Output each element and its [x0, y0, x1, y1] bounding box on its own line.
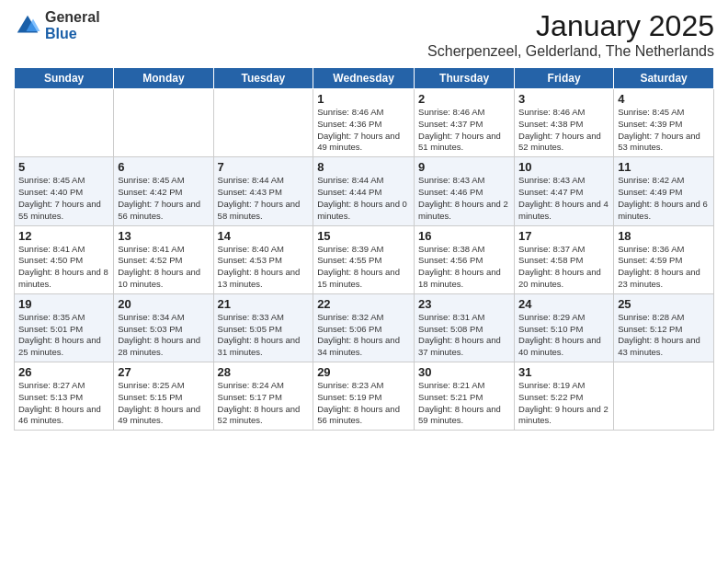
day-info: Sunrise: 8:33 AM Sunset: 5:05 PM Dayligh… [218, 312, 310, 359]
day-info: Sunrise: 8:46 AM Sunset: 4:37 PM Dayligh… [418, 107, 510, 154]
calendar-cell: 16Sunrise: 8:38 AM Sunset: 4:56 PM Dayli… [415, 225, 515, 293]
logo-blue: Blue [45, 26, 100, 42]
calendar-cell: 25Sunrise: 8:28 AM Sunset: 5:12 PM Dayli… [614, 293, 714, 362]
calendar-cell: 14Sunrise: 8:40 AM Sunset: 4:53 PM Dayli… [213, 225, 313, 293]
day-number: 23 [418, 297, 510, 311]
calendar-cell: 19Sunrise: 8:35 AM Sunset: 5:01 PM Dayli… [15, 293, 114, 362]
calendar-cell: 18Sunrise: 8:36 AM Sunset: 4:59 PM Dayli… [614, 225, 714, 293]
day-info: Sunrise: 8:32 AM Sunset: 5:06 PM Dayligh… [317, 312, 410, 359]
calendar-week-row: 26Sunrise: 8:27 AM Sunset: 5:13 PM Dayli… [15, 362, 714, 431]
day-info: Sunrise: 8:41 AM Sunset: 4:52 PM Dayligh… [118, 244, 209, 291]
day-info: Sunrise: 8:21 AM Sunset: 5:21 PM Dayligh… [418, 380, 510, 427]
calendar-cell: 10Sunrise: 8:43 AM Sunset: 4:47 PM Dayli… [515, 157, 614, 225]
calendar-cell: 21Sunrise: 8:33 AM Sunset: 5:05 PM Dayli… [213, 293, 313, 362]
calendar-cell: 15Sunrise: 8:39 AM Sunset: 4:55 PM Dayli… [313, 225, 415, 293]
weekday-header-sunday: Sunday [15, 68, 114, 89]
day-info: Sunrise: 8:34 AM Sunset: 5:03 PM Dayligh… [118, 312, 209, 359]
day-info: Sunrise: 8:28 AM Sunset: 5:12 PM Dayligh… [618, 312, 710, 359]
calendar-cell: 13Sunrise: 8:41 AM Sunset: 4:52 PM Dayli… [114, 225, 213, 293]
day-number: 1 [317, 92, 410, 106]
day-number: 9 [418, 160, 510, 174]
day-number: 7 [218, 160, 310, 174]
calendar-cell: 9Sunrise: 8:43 AM Sunset: 4:46 PM Daylig… [415, 157, 515, 225]
day-number: 13 [118, 229, 209, 243]
calendar-cell: 31Sunrise: 8:19 AM Sunset: 5:22 PM Dayli… [515, 362, 614, 431]
day-info: Sunrise: 8:46 AM Sunset: 4:36 PM Dayligh… [317, 107, 410, 154]
day-number: 4 [618, 92, 710, 106]
day-number: 19 [18, 297, 109, 311]
day-info: Sunrise: 8:19 AM Sunset: 5:22 PM Dayligh… [518, 380, 609, 427]
day-number: 14 [218, 229, 310, 243]
calendar-cell: 26Sunrise: 8:27 AM Sunset: 5:13 PM Dayli… [15, 362, 114, 431]
day-number: 22 [317, 297, 410, 311]
day-info: Sunrise: 8:41 AM Sunset: 4:50 PM Dayligh… [18, 244, 109, 291]
day-number: 26 [18, 365, 109, 379]
weekday-header-thursday: Thursday [415, 68, 515, 89]
calendar-cell: 7Sunrise: 8:44 AM Sunset: 4:43 PM Daylig… [213, 157, 313, 225]
day-info: Sunrise: 8:27 AM Sunset: 5:13 PM Dayligh… [18, 380, 109, 427]
header: General Blue January 2025 Scherpenzeel, … [14, 9, 714, 60]
weekday-header-monday: Monday [114, 68, 213, 89]
day-info: Sunrise: 8:31 AM Sunset: 5:08 PM Dayligh… [418, 312, 510, 359]
calendar-week-row: 12Sunrise: 8:41 AM Sunset: 4:50 PM Dayli… [15, 225, 714, 293]
logo-icon [14, 12, 41, 40]
weekday-header-saturday: Saturday [614, 68, 714, 89]
calendar-cell [15, 89, 114, 157]
day-number: 21 [218, 297, 310, 311]
day-number: 5 [18, 160, 109, 174]
day-number: 20 [118, 297, 209, 311]
calendar-cell: 27Sunrise: 8:25 AM Sunset: 5:15 PM Dayli… [114, 362, 213, 431]
title-section: January 2025 Scherpenzeel, Gelderland, T… [427, 9, 714, 60]
day-number: 8 [317, 160, 410, 174]
day-info: Sunrise: 8:37 AM Sunset: 4:58 PM Dayligh… [518, 244, 609, 291]
day-number: 24 [518, 297, 609, 311]
day-info: Sunrise: 8:36 AM Sunset: 4:59 PM Dayligh… [618, 244, 710, 291]
calendar-cell: 3Sunrise: 8:46 AM Sunset: 4:38 PM Daylig… [515, 89, 614, 157]
day-info: Sunrise: 8:35 AM Sunset: 5:01 PM Dayligh… [18, 312, 109, 359]
logo: General Blue [14, 9, 100, 42]
calendar-cell: 30Sunrise: 8:21 AM Sunset: 5:21 PM Dayli… [415, 362, 515, 431]
day-number: 15 [317, 229, 410, 243]
day-info: Sunrise: 8:43 AM Sunset: 4:46 PM Dayligh… [418, 175, 510, 222]
calendar-cell: 22Sunrise: 8:32 AM Sunset: 5:06 PM Dayli… [313, 293, 415, 362]
calendar-cell [213, 89, 313, 157]
calendar-cell: 24Sunrise: 8:29 AM Sunset: 5:10 PM Dayli… [515, 293, 614, 362]
day-info: Sunrise: 8:24 AM Sunset: 5:17 PM Dayligh… [218, 380, 310, 427]
day-info: Sunrise: 8:45 AM Sunset: 4:39 PM Dayligh… [618, 107, 710, 154]
day-number: 12 [18, 229, 109, 243]
day-number: 17 [518, 229, 609, 243]
day-info: Sunrise: 8:38 AM Sunset: 4:56 PM Dayligh… [418, 244, 510, 291]
calendar-cell: 28Sunrise: 8:24 AM Sunset: 5:17 PM Dayli… [213, 362, 313, 431]
calendar-cell: 8Sunrise: 8:44 AM Sunset: 4:44 PM Daylig… [313, 157, 415, 225]
weekday-header-friday: Friday [515, 68, 614, 89]
calendar-cell: 17Sunrise: 8:37 AM Sunset: 4:58 PM Dayli… [515, 225, 614, 293]
calendar-cell: 2Sunrise: 8:46 AM Sunset: 4:37 PM Daylig… [415, 89, 515, 157]
calendar-cell: 11Sunrise: 8:42 AM Sunset: 4:49 PM Dayli… [614, 157, 714, 225]
day-info: Sunrise: 8:46 AM Sunset: 4:38 PM Dayligh… [518, 107, 609, 154]
calendar-cell: 12Sunrise: 8:41 AM Sunset: 4:50 PM Dayli… [15, 225, 114, 293]
day-info: Sunrise: 8:43 AM Sunset: 4:47 PM Dayligh… [518, 175, 609, 222]
calendar-cell [614, 362, 714, 431]
day-number: 6 [118, 160, 209, 174]
day-info: Sunrise: 8:44 AM Sunset: 4:44 PM Dayligh… [317, 175, 410, 222]
day-info: Sunrise: 8:25 AM Sunset: 5:15 PM Dayligh… [118, 380, 209, 427]
day-info: Sunrise: 8:29 AM Sunset: 5:10 PM Dayligh… [518, 312, 609, 359]
calendar: SundayMondayTuesdayWednesdayThursdayFrid… [14, 67, 714, 431]
logo-general: General [45, 9, 100, 26]
day-number: 31 [518, 365, 609, 379]
calendar-cell: 23Sunrise: 8:31 AM Sunset: 5:08 PM Dayli… [415, 293, 515, 362]
calendar-week-row: 1Sunrise: 8:46 AM Sunset: 4:36 PM Daylig… [15, 89, 714, 157]
day-info: Sunrise: 8:23 AM Sunset: 5:19 PM Dayligh… [317, 380, 410, 427]
calendar-cell: 5Sunrise: 8:45 AM Sunset: 4:40 PM Daylig… [15, 157, 114, 225]
calendar-cell: 20Sunrise: 8:34 AM Sunset: 5:03 PM Dayli… [114, 293, 213, 362]
calendar-cell: 4Sunrise: 8:45 AM Sunset: 4:39 PM Daylig… [614, 89, 714, 157]
calendar-week-row: 5Sunrise: 8:45 AM Sunset: 4:40 PM Daylig… [15, 157, 714, 225]
calendar-week-row: 19Sunrise: 8:35 AM Sunset: 5:01 PM Dayli… [15, 293, 714, 362]
day-number: 25 [618, 297, 710, 311]
day-number: 11 [618, 160, 710, 174]
calendar-cell: 6Sunrise: 8:45 AM Sunset: 4:42 PM Daylig… [114, 157, 213, 225]
day-number: 28 [218, 365, 310, 379]
day-info: Sunrise: 8:39 AM Sunset: 4:55 PM Dayligh… [317, 244, 410, 291]
day-number: 29 [317, 365, 410, 379]
weekday-header-row: SundayMondayTuesdayWednesdayThursdayFrid… [15, 68, 714, 89]
